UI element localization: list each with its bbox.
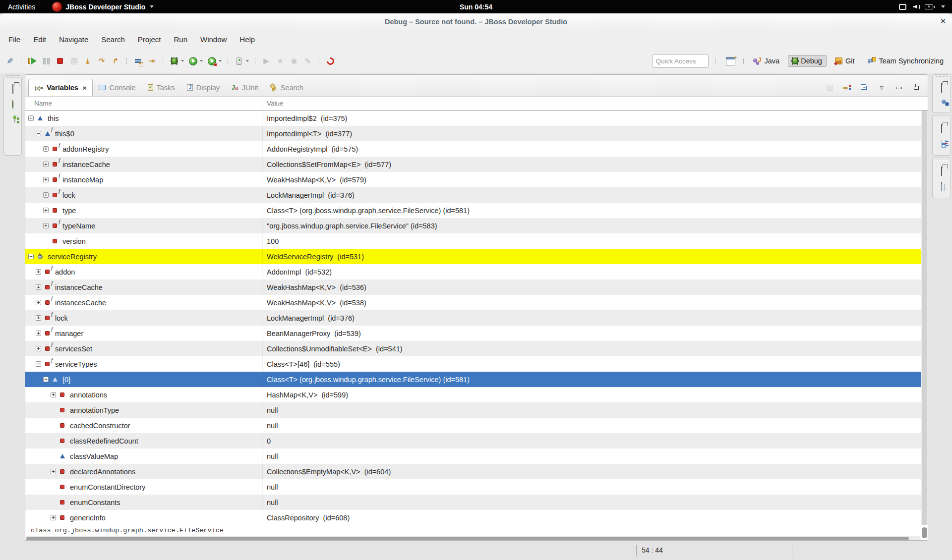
- tab-junit[interactable]: JUnit: [226, 79, 264, 96]
- detail-pane[interactable]: class org.jboss.windup.graph.service.Fil…: [25, 525, 921, 536]
- app-menu[interactable]: JBoss Developer Studio: [52, 2, 154, 12]
- table-row[interactable]: version100: [25, 233, 921, 249]
- tab-variables[interactable]: Variables×: [28, 79, 93, 96]
- close-tab-icon[interactable]: ×: [83, 84, 87, 92]
- scrollbar-thumb[interactable]: [26, 537, 909, 540]
- table-row[interactable]: [0]Class<T> (org.jboss.windup.graph.serv…: [25, 372, 921, 387]
- menu-window[interactable]: Window: [194, 33, 233, 46]
- column-divider[interactable]: [262, 111, 262, 525]
- table-row[interactable]: instancesCacheWeakHashMap<K,V> (id=538): [25, 295, 921, 310]
- table-row[interactable]: lockLockManagerImpl (id=376): [25, 187, 921, 203]
- restore-view-icon[interactable]: [941, 84, 942, 93]
- resume-button[interactable]: [25, 55, 39, 67]
- vertical-scrollbar[interactable]: [921, 111, 928, 525]
- scrollbar-thumb[interactable]: [922, 111, 927, 525]
- close-window-button[interactable]: ×: [941, 17, 946, 26]
- expander-icon[interactable]: [36, 269, 41, 275]
- pencil-button[interactable]: ✎: [3, 55, 17, 67]
- right-view-rail-3[interactable]: [932, 158, 951, 198]
- table-row[interactable]: typeName"org.jboss.windup.graph.service.…: [25, 218, 921, 233]
- debug-button[interactable]: [167, 55, 186, 67]
- show-logical-structures-button[interactable]: ⇒: [842, 84, 851, 92]
- table-row[interactable]: annotationTypenull: [25, 402, 921, 418]
- run-button[interactable]: [186, 55, 205, 67]
- collapse-all-button[interactable]: [860, 84, 869, 92]
- system-tray[interactable]: [899, 4, 952, 10]
- tab-tasks[interactable]: Tasks: [142, 79, 181, 96]
- menu-search[interactable]: Search: [95, 33, 131, 46]
- editor-area-icon[interactable]: [941, 182, 942, 191]
- expander-icon[interactable]: [36, 315, 41, 321]
- table-row[interactable]: declaredAnnotationsCollections$EmptyMap<…: [25, 464, 921, 479]
- table-row[interactable]: serviceRegistryWeldServiceRegistry (id=5…: [25, 249, 921, 264]
- expander-icon[interactable]: [43, 377, 49, 382]
- profile-button[interactable]: [205, 55, 224, 67]
- expander-icon[interactable]: [43, 223, 49, 228]
- expander-icon[interactable]: [36, 131, 41, 136]
- step-return-button[interactable]: ↱: [109, 55, 122, 67]
- dropdown-chevron-icon[interactable]: [181, 60, 184, 62]
- expander-icon[interactable]: [36, 361, 41, 367]
- drag-handle-icon[interactable]: [936, 160, 948, 161]
- perspective-java[interactable]: Java: [749, 55, 784, 67]
- restore-view-icon[interactable]: [12, 85, 13, 94]
- terminate-button[interactable]: [53, 55, 67, 67]
- table-row[interactable]: managerBeanManagerProxy (id=539): [25, 326, 921, 341]
- external-tools-button[interactable]: [232, 55, 251, 67]
- restore-view-icon[interactable]: [941, 167, 942, 176]
- expander-icon[interactable]: [28, 115, 34, 121]
- table-row[interactable]: serviceTypesClass<T>[46] (id=555): [25, 356, 921, 372]
- tab-search[interactable]: Search: [264, 79, 309, 96]
- expander-icon[interactable]: [43, 162, 49, 167]
- menu-run[interactable]: Run: [167, 33, 194, 46]
- menu-project[interactable]: Project: [131, 33, 168, 46]
- expander-icon[interactable]: [36, 331, 41, 336]
- perspective-git[interactable]: Git: [831, 55, 859, 67]
- table-row[interactable]: addonAddonImpl (id=532): [25, 264, 921, 280]
- jboss-central-button[interactable]: [323, 55, 337, 67]
- right-view-rail-1[interactable]: [932, 74, 951, 113]
- expander-icon[interactable]: [36, 300, 41, 305]
- perspective-debug[interactable]: Debug: [788, 55, 827, 67]
- drag-handle-icon[interactable]: [6, 77, 19, 78]
- column-divider[interactable]: [262, 97, 262, 111]
- step-into-button[interactable]: ⤓: [81, 55, 95, 67]
- perspective-team-synchronizing[interactable]: Team Synchronizing: [863, 55, 948, 67]
- table-row[interactable]: classValueMapnull: [25, 448, 921, 464]
- table-row[interactable]: instanceCacheCollections$SetFromMap<E> (…: [25, 157, 921, 172]
- table-row[interactable]: typeClass<T> (org.jboss.windup.graph.ser…: [25, 203, 921, 218]
- view-menu-button[interactable]: ▽: [877, 84, 886, 92]
- horizontal-scrollbar[interactable]: [26, 536, 920, 540]
- expander-icon[interactable]: [51, 392, 56, 397]
- step-over-button[interactable]: ↷: [95, 55, 109, 67]
- table-row[interactable]: instanceMapWeakHashMap<K,V> (id=579): [25, 172, 921, 187]
- dropdown-chevron-icon[interactable]: [219, 60, 222, 62]
- debug-view-icon[interactable]: [12, 100, 13, 109]
- expander-icon[interactable]: [51, 469, 56, 474]
- expander-icon[interactable]: [43, 208, 49, 213]
- table-row[interactable]: thisImportedImpl$2 (id=375): [25, 111, 921, 126]
- tab-display[interactable]: Display: [181, 79, 226, 96]
- expander-icon[interactable]: [43, 146, 49, 152]
- table-row[interactable]: classRedefinedCount0: [25, 433, 921, 448]
- detail-scrollbar-thumb[interactable]: [922, 527, 927, 538]
- table-row[interactable]: servicesSetCollections$UnmodifiableSet<E…: [25, 341, 921, 356]
- restore-view-icon[interactable]: [941, 124, 942, 133]
- table-row[interactable]: cachedConstructornull: [25, 418, 921, 433]
- maximize-button[interactable]: [912, 84, 921, 92]
- left-view-rail[interactable]: [3, 75, 22, 156]
- table-row[interactable]: lockLockManagerImpl (id=376): [25, 310, 921, 326]
- menu-help[interactable]: Help: [233, 33, 261, 46]
- tab-console[interactable]: Console: [93, 79, 141, 96]
- expander-icon[interactable]: [28, 254, 34, 259]
- expander-icon[interactable]: [51, 515, 56, 520]
- table-row[interactable]: enumConstantsnull: [25, 495, 921, 510]
- menu-navigate[interactable]: Navigate: [53, 33, 95, 46]
- expander-icon[interactable]: [43, 192, 49, 198]
- table-row[interactable]: this$0ImportedImpl<T> (id=377): [25, 126, 921, 141]
- drop-to-frame-button[interactable]: ↶: [131, 55, 145, 67]
- activities-button[interactable]: Activities: [0, 3, 43, 11]
- open-perspective-button[interactable]: [726, 57, 735, 65]
- table-row[interactable]: instanceCacheWeakHashMap<K,V> (id=536): [25, 280, 921, 295]
- table-row[interactable]: annotationsHashMap<K,V> (id=599): [25, 387, 921, 402]
